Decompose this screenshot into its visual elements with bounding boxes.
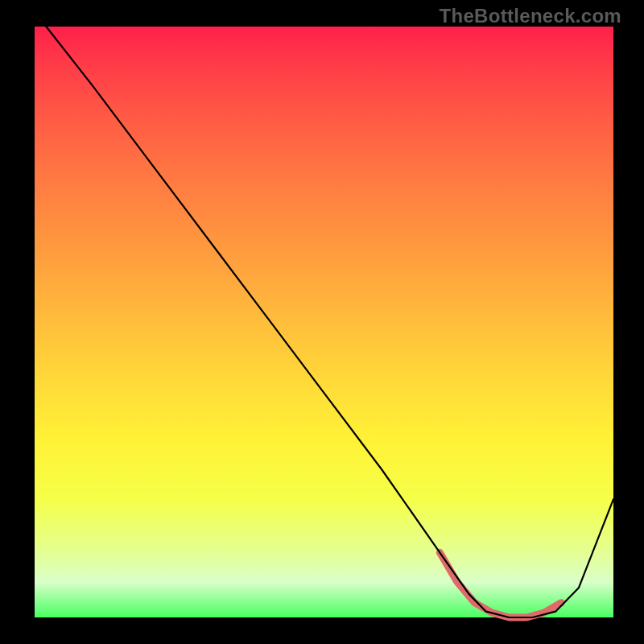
- curve-series: [46, 27, 613, 617]
- chart-frame: TheBottleneck.com: [0, 0, 644, 644]
- watermark-text: TheBottleneck.com: [440, 5, 621, 27]
- chart-svg: [35, 27, 613, 617]
- plot-area: [35, 27, 613, 617]
- highlight-series: [440, 552, 561, 617]
